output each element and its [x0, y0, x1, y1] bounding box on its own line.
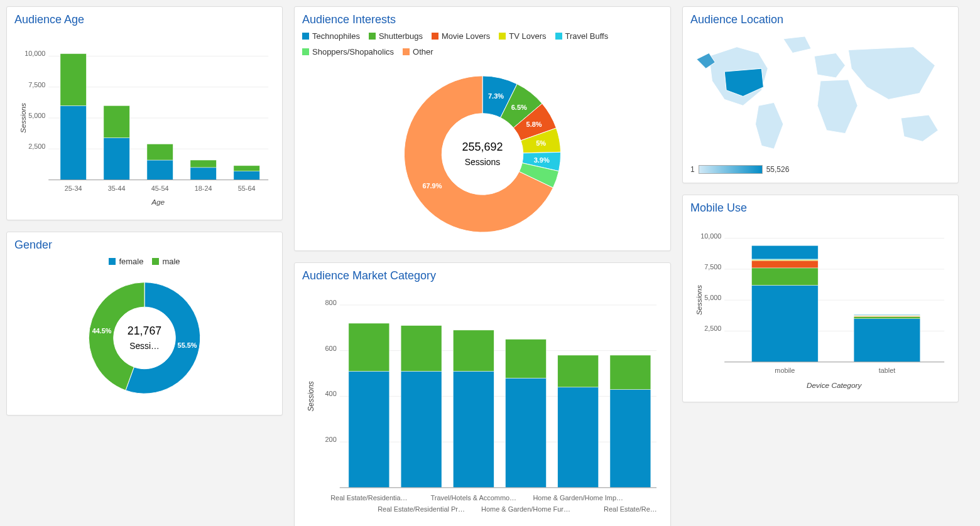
swatch-icon — [369, 33, 376, 40]
legend-item[interactable]: Travel Buffs — [555, 31, 609, 41]
swatch-icon — [555, 33, 562, 40]
legend-item[interactable]: Shutterbugs — [369, 31, 423, 41]
legend-item[interactable]: Technophiles — [302, 31, 360, 41]
ytick: 400 — [325, 390, 337, 397]
dashboard: Audience Age 2,500 5,000 7,500 10,000 — [0, 0, 980, 526]
svg-rect-40 — [453, 371, 494, 488]
legend-item[interactable]: Shoppers/Shopaholics — [302, 47, 394, 56]
svg-rect-36 — [349, 371, 389, 488]
legend-interests: Technophiles Shutterbugs Movie Lovers TV… — [302, 31, 663, 56]
chart-audience-age[interactable]: 2,500 5,000 7,500 10,000 25-3435-4445-54… — [14, 31, 275, 211]
svg-rect-62 — [751, 268, 818, 286]
legend-label: Travel Buffs — [565, 31, 609, 41]
svg-rect-42 — [506, 378, 547, 488]
svg-text:Real Estate/Residentia…: Real Estate/Residentia… — [330, 494, 407, 502]
svg-rect-13 — [234, 171, 259, 180]
svg-text:55.5%: 55.5% — [178, 341, 197, 349]
panel-audience-location: Audience Location — [682, 6, 959, 183]
ylabel: Sessions — [307, 381, 315, 411]
center-label: Sessions — [465, 157, 501, 167]
svg-rect-9 — [147, 160, 173, 180]
svg-rect-68 — [854, 317, 920, 319]
ytick: 600 — [325, 345, 337, 352]
svg-text:Travel/Hotels & Accommo…: Travel/Hotels & Accommo… — [431, 494, 517, 502]
legend-label: Movie Lovers — [442, 31, 490, 41]
svg-rect-61 — [751, 285, 818, 362]
svg-text:Real Estate/Residential Pr…: Real Estate/Residential Pr… — [378, 505, 465, 513]
svg-rect-41 — [453, 330, 494, 371]
svg-text:5.8%: 5.8% — [526, 121, 542, 128]
svg-rect-72 — [854, 314, 920, 315]
panel-title: Audience Interests — [302, 13, 663, 26]
svg-text:7.3%: 7.3% — [488, 92, 504, 100]
svg-rect-47 — [610, 355, 651, 390]
xlabel: Age — [151, 198, 165, 207]
svg-text:67.9%: 67.9% — [422, 182, 442, 190]
svg-rect-66 — [751, 245, 818, 259]
svg-rect-39 — [401, 326, 442, 372]
legend-label: Other — [413, 47, 433, 56]
panel-audience-age: Audience Age 2,500 5,000 7,500 10,000 — [6, 6, 283, 220]
legend-item[interactable]: female — [109, 257, 143, 266]
swatch-icon — [403, 48, 410, 55]
map-audience-location[interactable] — [690, 31, 950, 161]
svg-rect-10 — [147, 144, 173, 160]
legend-item[interactable]: male — [152, 257, 180, 266]
svg-text:18-24: 18-24 — [195, 185, 212, 192]
svg-rect-5 — [60, 105, 86, 180]
scale-max: 55,526 — [766, 165, 790, 174]
svg-text:Home & Garden/Home Fur…: Home & Garden/Home Fur… — [481, 505, 570, 513]
svg-text:21,767: 21,767 — [128, 325, 161, 337]
swatch-icon — [499, 33, 506, 40]
ylabel: Sessions — [695, 285, 704, 315]
ytick: 7,500 — [704, 263, 721, 271]
svg-rect-12 — [190, 160, 216, 168]
center-value: 21,767 — [128, 325, 161, 337]
legend-label: Shoppers/Shopaholics — [312, 47, 394, 56]
panel-title: Gender — [14, 239, 275, 252]
map-gradient-icon — [699, 165, 763, 174]
legend-item[interactable]: Other — [403, 47, 433, 56]
panel-mobile-use: Mobile Use 2,500 5,000 7,500 10,000 mobi… — [682, 195, 959, 402]
ytick: 200 — [325, 436, 337, 443]
svg-rect-11 — [190, 168, 216, 180]
ytick: 2,500 — [28, 142, 45, 150]
svg-text:55-64: 55-64 — [238, 185, 256, 192]
svg-rect-14 — [234, 166, 259, 171]
panel-title: Audience Location — [690, 13, 950, 26]
svg-rect-7 — [104, 138, 129, 180]
legend-item[interactable]: Movie Lovers — [432, 31, 490, 41]
xlabel: Device Category — [807, 381, 862, 390]
ytick: 5,000 — [28, 112, 45, 119]
scale-min: 1 — [690, 165, 695, 174]
chart-audience-interests[interactable]: 7.3%6.5%5.8%5%3.9%67.9% 255,692 Sessions — [302, 60, 663, 242]
svg-text:35-44: 35-44 — [108, 185, 126, 192]
svg-text:45-54: 45-54 — [151, 185, 169, 192]
svg-rect-6 — [60, 53, 86, 105]
svg-rect-46 — [610, 389, 651, 487]
svg-rect-43 — [506, 339, 547, 378]
svg-text:3.9%: 3.9% — [534, 156, 550, 164]
chart-mobile-use[interactable]: 2,500 5,000 7,500 10,000 mobiletablet De… — [690, 220, 950, 393]
chart-gender[interactable]: 55.5%44.5% 21,767 Sessi… — [14, 270, 275, 406]
svg-rect-67 — [854, 319, 920, 362]
panel-audience-interests: Audience Interests Technophiles Shutterb… — [294, 6, 671, 251]
panel-gender: Gender female male 55.5%44.5% 21,767 Ses… — [6, 232, 283, 416]
column-center: Audience Interests Technophiles Shutterb… — [294, 6, 671, 526]
ytick: 2,500 — [704, 325, 721, 332]
ytick: 5,000 — [704, 294, 721, 301]
legend-label: Shutterbugs — [379, 31, 423, 41]
svg-text:5%: 5% — [536, 139, 546, 147]
legend-item[interactable]: TV Lovers — [499, 31, 546, 41]
chart-audience-market[interactable]: 200 400 600 800 Real Estate/Residentia…R… — [302, 287, 663, 526]
swatch-female — [109, 258, 116, 265]
svg-text:44.5%: 44.5% — [92, 326, 112, 334]
svg-rect-8 — [104, 105, 129, 137]
panel-audience-market: Audience Market Category 200 400 600 800… — [294, 262, 671, 526]
ytick: 7,500 — [28, 81, 45, 89]
center-value: 255,692 — [462, 141, 503, 153]
svg-rect-45 — [558, 355, 599, 387]
svg-rect-63 — [751, 260, 818, 268]
column-right: Audience Location — [682, 6, 959, 402]
panel-title: Mobile Use — [690, 201, 950, 215]
